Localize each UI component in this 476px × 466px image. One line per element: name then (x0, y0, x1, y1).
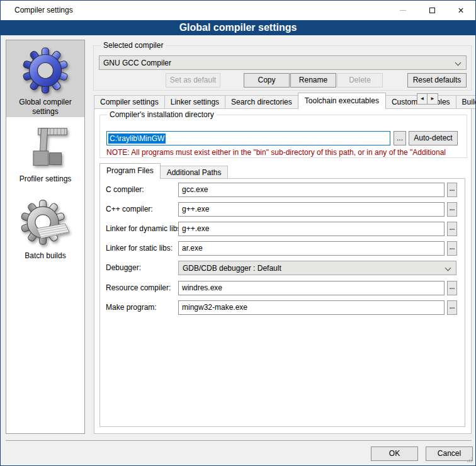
selected-compiler-group-label: Selected compiler (101, 41, 166, 50)
tab-scroll-right-icon[interactable]: ► (428, 93, 438, 105)
caliper-icon (21, 125, 69, 174)
rename-button[interactable]: Rename (290, 73, 336, 88)
linker-static-browse-button[interactable]: ... (447, 241, 457, 256)
make-program-browse-button[interactable]: ... (447, 300, 457, 315)
delete-button: Delete (337, 73, 383, 88)
cpp-compiler-browse-button[interactable]: ... (447, 202, 457, 217)
maximize-icon (429, 8, 435, 13)
sidebar-item-batch-builds[interactable]: Batch builds (6, 189, 84, 272)
sidebar-item-global-compiler-settings[interactable]: Global compiler settings (6, 40, 84, 117)
copy-button[interactable]: Copy (244, 73, 290, 88)
chevron-down-icon (445, 265, 451, 271)
cancel-button[interactable]: Cancel (426, 446, 473, 461)
tab-linker-settings[interactable]: Linker settings (165, 95, 225, 109)
resize-grip[interactable] (467, 457, 473, 463)
linker-static-label: Linker for static libs: (106, 241, 177, 256)
tab-program-files[interactable]: Program Files (99, 163, 161, 179)
toolchain-executables-page: Compiler's installation directory C:\ray… (94, 108, 472, 434)
gear-blue-icon (20, 45, 71, 98)
minimize-icon (400, 10, 406, 11)
tab-compiler-settings[interactable]: Compiler settings (94, 95, 165, 109)
debugger-label: Debugger: (106, 261, 177, 275)
installation-directory-group-label: Compiler's installation directory (107, 110, 217, 119)
linker-dynamic-label: Linker for dynamic libs: (106, 222, 177, 236)
sidebar-item-label: Global compiler settings (10, 98, 81, 122)
linker-dynamic-input[interactable]: g++.exe (178, 222, 445, 236)
page-header: Global compiler settings (1, 20, 475, 35)
sidebar-item-label: Profiler settings (10, 174, 81, 189)
set-as-default-button: Set as default (166, 73, 220, 88)
page-title: Global compiler settings (179, 22, 297, 33)
bin-subdirectory-note: NOTE: All programs must exist either in … (106, 148, 463, 157)
debugger-select[interactable]: GDB/CDB debugger : Default (178, 261, 456, 275)
maximize-button[interactable] (417, 1, 446, 20)
close-icon: × (458, 6, 463, 16)
compiler-select[interactable]: GNU GCC Compiler (99, 55, 467, 70)
window-controls: × (388, 1, 475, 20)
make-program-label: Make program: (106, 300, 177, 315)
tab-scroll-left-icon[interactable]: ◄ (417, 93, 428, 105)
footer-divider (6, 440, 472, 441)
sidebar-item-profiler-settings[interactable]: Profiler settings (6, 117, 84, 189)
ok-button[interactable]: OK (371, 446, 418, 461)
cpp-compiler-label: C++ compiler: (106, 202, 177, 217)
program-files-tabstrip: Program Files Additional Paths (99, 163, 228, 179)
installation-directory-group: Compiler's installation directory C:\ray… (99, 115, 467, 158)
c-compiler-browse-button[interactable]: ... (447, 183, 457, 197)
installation-directory-value: C:\raylib\MinGW (108, 134, 166, 144)
close-button[interactable]: × (446, 1, 475, 20)
chevron-down-icon (455, 60, 462, 66)
linker-static-input[interactable]: ar.exe (178, 241, 445, 256)
minimize-button (388, 1, 417, 20)
debugger-select-value: GDB/CDB debugger : Default (183, 264, 281, 273)
settings-category-list: Global compiler settings Profiler settin… (6, 40, 85, 434)
window-title: Compiler settings (14, 1, 73, 20)
sidebar-item-label: Batch builds (10, 251, 81, 266)
tab-scroll-buttons: ◄ ► (417, 93, 438, 105)
c-compiler-label: C compiler: (106, 183, 177, 197)
resource-compiler-label: Resource compiler: (106, 281, 177, 295)
cpp-compiler-input[interactable]: g++.exe (178, 202, 445, 217)
reset-defaults-button[interactable]: Reset defaults (407, 73, 467, 88)
tab-build-options[interactable]: Build options (456, 95, 476, 109)
gear-stack-icon (18, 198, 72, 251)
c-compiler-input[interactable]: gcc.exe (178, 183, 445, 197)
linker-dynamic-browse-button[interactable]: ... (447, 222, 457, 236)
make-program-input[interactable]: mingw32-make.exe (178, 300, 445, 315)
auto-detect-button[interactable]: Auto-detect (409, 131, 458, 145)
resource-compiler-input[interactable]: windres.exe (178, 281, 445, 295)
browse-directory-button[interactable]: ... (394, 131, 406, 145)
tab-additional-paths[interactable]: Additional Paths (161, 166, 229, 179)
compiler-select-value: GNU GCC Compiler (103, 59, 171, 67)
installation-directory-input[interactable]: C:\raylib\MinGW (106, 131, 390, 145)
titlebar[interactable]: Compiler settings × (1, 1, 475, 20)
compiler-settings-dialog: Compiler settings × Global compiler sett… (0, 0, 476, 466)
tab-toolchain-executables[interactable]: Toolchain executables (298, 93, 386, 109)
tab-search-directories[interactable]: Search directories (225, 95, 298, 109)
resource-compiler-browse-button[interactable]: ... (447, 281, 457, 295)
